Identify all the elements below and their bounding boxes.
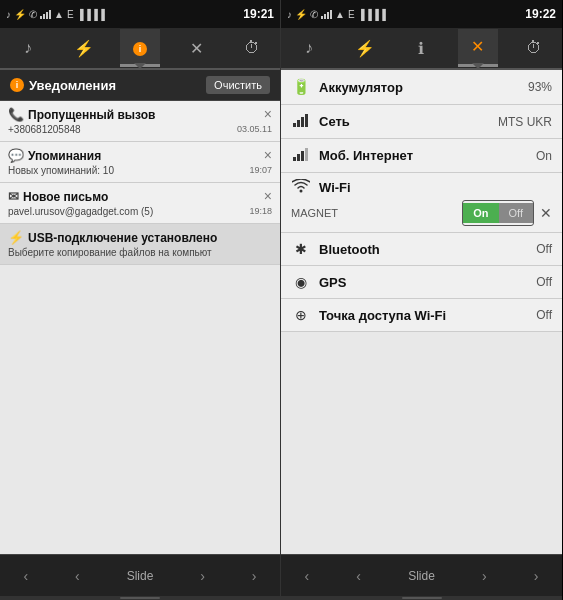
- bottom-line-right: [402, 597, 442, 599]
- battery-icon: 🔋: [291, 78, 311, 96]
- usb-status-icon-r: ⚡: [295, 9, 307, 20]
- settings-battery[interactable]: 🔋 Аккумулятор 93%: [281, 70, 562, 105]
- edge-status-icon: E: [67, 9, 74, 20]
- close-mentions[interactable]: ×: [264, 148, 272, 162]
- settings-bluetooth-left: ✱ Bluetooth: [291, 241, 380, 257]
- missed-call-status-icon: ✆: [29, 9, 37, 20]
- notification-missed-call: 📞 Пропущенный вызов × +380681205848 03.0…: [0, 101, 280, 142]
- settings-battery-left: 🔋 Аккумулятор: [291, 78, 403, 96]
- notification-email: ✉ Новое письмо × pavel.urusov@gagadget.c…: [0, 183, 280, 224]
- nav-right2-right[interactable]: ›: [534, 568, 539, 584]
- wifi-toggle-off[interactable]: Off: [499, 203, 533, 223]
- tab-music-left[interactable]: ♪: [8, 29, 48, 67]
- settings-network-left: Сеть: [291, 113, 350, 130]
- missed-call-status-icon-r: ✆: [310, 9, 318, 20]
- nav-slide-right: Slide: [408, 569, 435, 583]
- settings-mobile-internet-left: Моб. Интернет: [291, 147, 413, 164]
- settings-wifi-left: Wi-Fi: [291, 179, 351, 196]
- status-icons-right: ♪ ⚡ ✆ ▲ E ▐▐▐▐: [287, 7, 386, 21]
- mentions-icon: 💬: [8, 148, 24, 163]
- info-tab-icon-r: ℹ: [418, 39, 424, 58]
- tools-tab-icon: ✕: [190, 39, 203, 58]
- settings-network[interactable]: Сеть MTS UKR: [281, 105, 562, 139]
- wifi-toggle[interactable]: On Off: [462, 200, 534, 226]
- network-icon: [291, 113, 311, 130]
- status-bar-right: ♪ ⚡ ✆ ▲ E ▐▐▐▐ 19:22: [281, 0, 562, 28]
- settings-hotspot[interactable]: ⊕ Точка доступа Wi-Fi Off: [281, 299, 562, 332]
- tab-clock-right[interactable]: ⏱: [514, 29, 554, 67]
- settings-wifi-top: Wi-Fi: [291, 179, 552, 196]
- email-icon: ✉: [8, 189, 19, 204]
- usb-status-icon: ⚡: [14, 9, 26, 20]
- tab-tools-right[interactable]: ✕: [458, 29, 498, 67]
- settings-hotspot-left: ⊕ Точка доступа Wi-Fi: [291, 307, 446, 323]
- tab-clock-left[interactable]: ⏱: [232, 29, 272, 67]
- svg-rect-5: [297, 154, 300, 161]
- nav-left2-right[interactable]: ‹: [356, 568, 361, 584]
- wifi-wrench-icon[interactable]: ✕: [540, 205, 552, 221]
- time-left: 19:21: [243, 7, 274, 21]
- right-panel: ♪ ⚡ ✆ ▲ E ▐▐▐▐ 19:22 ♪ ⚡ ℹ: [281, 0, 562, 600]
- bottom-nav-left: ‹ ‹ Slide › ›: [0, 554, 280, 596]
- music-tab-icon-r: ♪: [305, 39, 313, 57]
- tab-bar-right: ♪ ⚡ ℹ ✕ ⏱: [281, 28, 562, 70]
- notif-email-title: ✉ Новое письмо: [8, 189, 108, 204]
- nav-left2-left[interactable]: ‹: [75, 568, 80, 584]
- notifications-title: i Уведомления: [10, 78, 116, 93]
- nav-right2-left[interactable]: ›: [252, 568, 257, 584]
- svg-rect-6: [301, 151, 304, 161]
- battery-bar-left: ▐▐▐▐: [77, 9, 105, 20]
- settings-gps-left: ◉ GPS: [291, 274, 346, 290]
- nav-left-right[interactable]: ‹: [305, 568, 310, 584]
- tools-tab-icon-r: ✕: [471, 37, 484, 56]
- bottom-indicator-left: [0, 596, 280, 600]
- notification-mentions: 💬 Упоминания × Новых упоминаний: 10 19:0…: [0, 142, 280, 183]
- clear-button[interactable]: Очистить: [206, 76, 270, 94]
- notif-missed-call-meta: +380681205848 03.05.11: [8, 122, 272, 135]
- tab-music-right[interactable]: ♪: [289, 29, 329, 67]
- close-missed-call[interactable]: ×: [264, 107, 272, 121]
- missed-call-icon: 📞: [8, 107, 24, 122]
- notif-missed-call-title: 📞 Пропущенный вызов: [8, 107, 155, 122]
- bottom-indicator-right: [281, 596, 562, 600]
- wifi-toggle-on[interactable]: On: [463, 203, 498, 223]
- wifi-icon: [291, 179, 311, 196]
- mobile-internet-icon: [291, 147, 311, 164]
- settings-wifi: Wi-Fi MAGNET On Off ✕: [281, 173, 562, 233]
- tab-tools-left[interactable]: ✕: [176, 29, 216, 67]
- notif-mentions-meta: Новых упоминаний: 10 19:07: [8, 163, 272, 176]
- close-email[interactable]: ×: [264, 189, 272, 203]
- settings-gps[interactable]: ◉ GPS Off: [281, 266, 562, 299]
- notif-email-meta: pavel.urusov@gagadget.com (5) 19:18: [8, 204, 272, 217]
- usb-notif-icon: ⚡: [8, 230, 24, 245]
- nav-right-left[interactable]: ›: [200, 568, 205, 584]
- nav-left-left[interactable]: ‹: [23, 568, 28, 584]
- gps-icon: ◉: [291, 274, 311, 290]
- settings-wifi-bottom: MAGNET On Off ✕: [291, 200, 552, 226]
- tab-usb-left[interactable]: ⚡: [64, 29, 104, 67]
- tab-usb-right[interactable]: ⚡: [345, 29, 385, 67]
- tab-bar-left: ♪ ⚡ i ✕ ⏱: [0, 28, 280, 70]
- nav-right-right[interactable]: ›: [482, 568, 487, 584]
- usb-tab-icon: ⚡: [74, 39, 94, 58]
- bluetooth-icon: ✱: [291, 241, 311, 257]
- tab-info-right[interactable]: ℹ: [401, 29, 441, 67]
- settings-wifi-right: On Off ✕: [462, 200, 552, 226]
- settings-bluetooth[interactable]: ✱ Bluetooth Off: [281, 233, 562, 266]
- wifi-status-icon-r: ▲: [335, 9, 345, 20]
- svg-rect-0: [293, 123, 296, 127]
- music-tab-icon: ♪: [24, 39, 32, 57]
- notifications-header: i Уведомления Очистить: [0, 70, 280, 101]
- settings-list: 🔋 Аккумулятор 93% Сеть MTS UKR: [281, 70, 562, 554]
- wifi-status-icon: ▲: [54, 9, 64, 20]
- bottom-line-left: [120, 597, 160, 599]
- clock-tab-icon-r: ⏱: [526, 39, 542, 57]
- hotspot-icon: ⊕: [291, 307, 311, 323]
- svg-rect-1: [297, 120, 300, 127]
- tab-info-left[interactable]: i: [120, 29, 160, 67]
- nav-slide-left: Slide: [127, 569, 154, 583]
- time-right: 19:22: [525, 7, 556, 21]
- notif-mentions-title: 💬 Упоминания: [8, 148, 101, 163]
- notifications-list: 📞 Пропущенный вызов × +380681205848 03.0…: [0, 101, 280, 554]
- settings-mobile-internet[interactable]: Моб. Интернет On: [281, 139, 562, 173]
